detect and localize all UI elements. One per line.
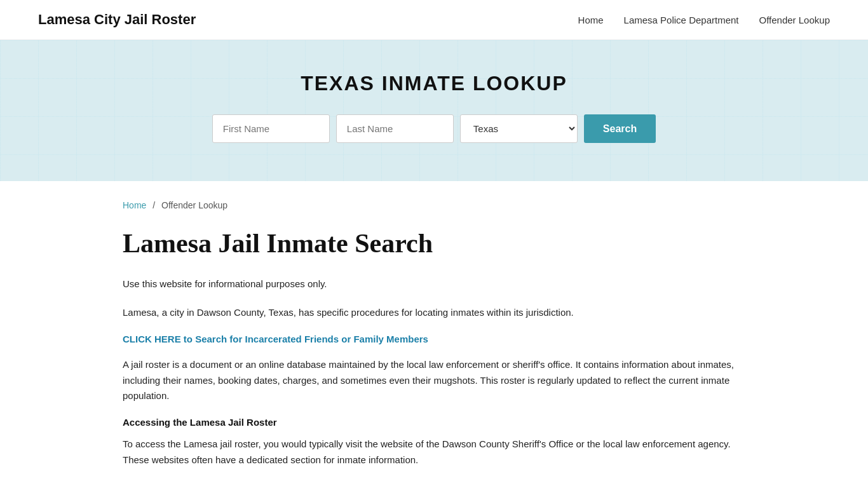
- state-select[interactable]: AlabamaAlaskaArizonaArkansasCaliforniaCo…: [460, 114, 578, 143]
- para-roster-description: A jail roster is a document or an online…: [123, 357, 745, 404]
- site-logo: Lamesa City Jail Roster: [38, 11, 196, 28]
- breadcrumb-home-link[interactable]: Home: [123, 200, 146, 210]
- para-accessing: To access the Lamesa jail roster, you wo…: [123, 437, 745, 468]
- click-here-link[interactable]: CLICK HERE to Search for Incarcerated Fr…: [123, 334, 745, 344]
- nav-police[interactable]: Lamesa Police Department: [624, 15, 739, 25]
- hero-title: TEXAS INMATE LOOKUP: [13, 72, 855, 95]
- section-heading-accessing: Accessing the Lamesa Jail Roster: [123, 417, 745, 428]
- page-title: Lamesa Jail Inmate Search: [123, 228, 745, 259]
- first-name-input[interactable]: [212, 114, 330, 143]
- breadcrumb-separator: /: [153, 200, 155, 210]
- search-button[interactable]: Search: [584, 114, 656, 143]
- breadcrumb: Home / Offender Lookup: [123, 200, 745, 210]
- para-location: Lamesa, a city in Dawson County, Texas, …: [123, 305, 745, 321]
- breadcrumb-current: Offender Lookup: [161, 200, 227, 210]
- nav-home[interactable]: Home: [578, 15, 604, 25]
- inmate-search-form: AlabamaAlaskaArizonaArkansasCaliforniaCo…: [13, 114, 855, 143]
- main-nav: Home Lamesa Police Department Offender L…: [578, 15, 830, 25]
- last-name-input[interactable]: [336, 114, 454, 143]
- para-informational: Use this website for informational purpo…: [123, 276, 745, 292]
- site-header: Lamesa City Jail Roster Home Lamesa Poli…: [0, 0, 868, 40]
- main-content: Home / Offender Lookup Lamesa Jail Inmat…: [85, 181, 783, 488]
- hero-banner: TEXAS INMATE LOOKUP AlabamaAlaskaArizona…: [0, 40, 868, 181]
- nav-offender[interactable]: Offender Lookup: [759, 15, 830, 25]
